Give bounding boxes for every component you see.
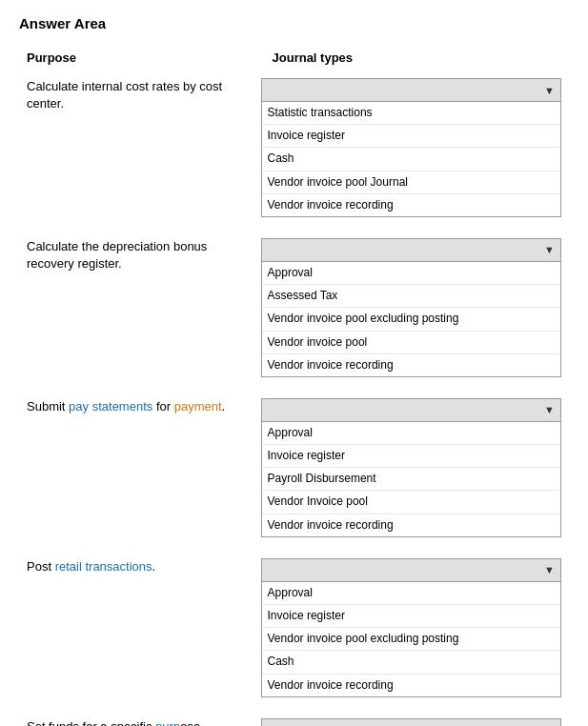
purpose-text-normal: . (222, 399, 226, 413)
table-row: Calculate internal cost rates by cost ce… (19, 72, 569, 223)
dropdown-item[interactable]: Cash (262, 148, 560, 171)
purpose-text-blue: statements (92, 399, 153, 413)
purpose-text-blue: transactions (85, 559, 152, 574)
row-spacer (19, 543, 569, 553)
dropdown-item[interactable]: Vendor invoice pool (262, 332, 560, 354)
dropdown-item[interactable]: Assessed Tax (262, 285, 560, 308)
dropdown-items-row3: ApprovalInvoice registerPayroll Disburse… (262, 422, 560, 536)
purpose-text-normal: Set funds for a specific (27, 719, 155, 726)
purpose-text-normal: ose. (180, 719, 204, 726)
journal-cell-row2: ▼ApprovalAssessed TaxVendor invoice pool… (253, 232, 569, 383)
row-spacer (19, 383, 569, 393)
chevron-down-icon: ▼ (544, 85, 555, 96)
dropdown-row3[interactable]: ▼ApprovalInvoice registerPayroll Disburs… (261, 398, 561, 537)
dropdown-item[interactable]: Vendor invoice recording (262, 514, 560, 536)
purpose-cell-row2: Calculate the depreciation bonus recover… (19, 232, 253, 383)
table-row: Submit pay statements for payment.▼Appro… (19, 393, 569, 543)
dropdown-item[interactable]: Approval (262, 262, 560, 285)
journal-cell-row3: ▼ApprovalInvoice registerPayroll Disburs… (253, 393, 569, 543)
dropdown-item[interactable]: Invoice register (262, 445, 560, 468)
dropdown-item[interactable]: Approval (262, 582, 560, 605)
journal-cell-row1: ▼Statistic transactionsInvoice registerC… (253, 72, 569, 223)
row-spacer (19, 223, 569, 232)
dropdown-header-row3[interactable]: ▼ (262, 399, 560, 422)
dropdown-row4[interactable]: ▼ApprovalInvoice registerVendor invoice … (261, 558, 561, 697)
dropdown-item[interactable]: Approval (262, 422, 560, 445)
chevron-down-icon: ▼ (544, 244, 555, 255)
dropdown-item[interactable]: Vendor invoice pool excluding posting (262, 308, 560, 331)
purpose-text-normal: Calculate the depreciation bonus recover… (27, 239, 207, 271)
journal-cell-row4: ▼ApprovalInvoice registerVendor invoice … (253, 553, 569, 703)
dropdown-items-row2: ApprovalAssessed TaxVendor invoice pool … (262, 262, 560, 376)
row-spacer (19, 703, 569, 713)
dropdown-header-row4[interactable]: ▼ (262, 559, 560, 582)
purpose-cell-row5: Set funds for a specific purpose. (19, 713, 253, 726)
purpose-text-normal: Submit (27, 399, 69, 413)
purpose-text-normal: for (152, 399, 173, 413)
dropdown-row2[interactable]: ▼ApprovalAssessed TaxVendor invoice pool… (261, 238, 561, 377)
dropdown-item[interactable]: Vendor invoice pool excluding posting (262, 628, 560, 651)
dropdown-item[interactable]: Vendor invoice recording (262, 675, 560, 696)
purpose-text-blue: pay (69, 399, 89, 413)
dropdown-item[interactable]: Vendor invoice recording (262, 194, 560, 216)
dropdown-item[interactable]: Statistic transactions (262, 102, 560, 125)
dropdown-item[interactable]: Vendor Invoice pool (262, 491, 560, 514)
dropdown-item[interactable]: Invoice register (262, 605, 560, 628)
answer-table: Purpose Journal types Calculate internal… (19, 47, 569, 726)
dropdown-row1[interactable]: ▼Statistic transactionsInvoice registerC… (261, 78, 561, 217)
table-row: Calculate the depreciation bonus recover… (19, 232, 569, 383)
col-header-journal: Journal types (253, 47, 569, 72)
purpose-text-normal: . (152, 559, 156, 574)
dropdown-item[interactable]: Invoice register (262, 125, 560, 148)
dropdown-header-row2[interactable]: ▼ (262, 239, 560, 262)
chevron-down-icon: ▼ (544, 564, 555, 575)
table-row: Set funds for a specific purpose.▼Approv… (19, 713, 569, 726)
dropdown-item[interactable]: Vendor invoice recording (262, 354, 560, 376)
col-header-purpose: Purpose (19, 47, 253, 72)
table-row: Post retail transactions.▼ApprovalInvoic… (19, 553, 569, 703)
page-title: Answer Area (19, 15, 569, 31)
purpose-cell-row1: Calculate internal cost rates by cost ce… (19, 72, 253, 223)
purpose-cell-row4: Post retail transactions. (19, 553, 253, 703)
purpose-cell-row3: Submit pay statements for payment. (19, 393, 253, 543)
dropdown-row5[interactable]: ▼ApprovalInvoice registerVendor invoice … (261, 718, 561, 726)
purpose-text-blue: retail (55, 559, 82, 574)
dropdown-header-row5[interactable]: ▼ (262, 719, 560, 726)
purpose-text-normal: Post (27, 559, 55, 574)
journal-cell-row5: ▼ApprovalInvoice registerVendor invoice … (253, 713, 569, 726)
purpose-text-blue: purp (155, 719, 180, 726)
dropdown-item[interactable]: Vendor invoice pool Journal (262, 171, 560, 194)
dropdown-items-row4: ApprovalInvoice registerVendor invoice p… (262, 582, 560, 696)
chevron-down-icon: ▼ (544, 404, 555, 415)
purpose-text-orange: payment (174, 399, 222, 413)
dropdown-header-row1[interactable]: ▼ (262, 79, 560, 102)
dropdown-item[interactable]: Payroll Disbursement (262, 468, 560, 491)
purpose-text-normal: Calculate internal cost rates by cost ce… (27, 79, 222, 111)
dropdown-item[interactable]: Cash (262, 651, 560, 674)
dropdown-items-row1: Statistic transactionsInvoice registerCa… (262, 102, 560, 216)
